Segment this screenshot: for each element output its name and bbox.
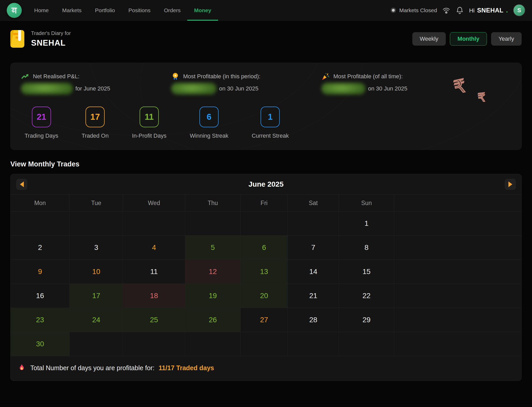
calendar-day-cell[interactable]: 8 — [339, 236, 394, 259]
calendar-day-cell[interactable]: 12 — [185, 260, 240, 284]
day-header-tue: Tue — [69, 195, 123, 211]
stat-label: Trading Days — [25, 132, 58, 139]
calendar-day-cell[interactable]: 26 — [185, 308, 240, 332]
stat-value-box: 1 — [261, 107, 280, 127]
calendar-day-cell[interactable]: 24 — [69, 308, 123, 332]
stats-row: Net Realised P&L: for June 2025 Most Pro… — [21, 72, 511, 95]
calendar-month-title: June 2025 — [27, 180, 505, 188]
chevron-left-icon — [20, 181, 24, 187]
markets-closed-dot-icon — [391, 8, 396, 13]
monthly-trades-calendar: June 2025 MonTueWedThuFriSatSun123456789… — [10, 174, 522, 381]
filler-cell — [394, 284, 521, 308]
calendar-day-cell[interactable]: 14 — [287, 260, 339, 284]
calendar-day-cell[interactable]: 17 — [69, 284, 123, 308]
monthly-toggle-button[interactable]: Monthly — [450, 32, 487, 46]
calendar-day-cell[interactable]: 22 — [339, 284, 394, 308]
calendar-day-cell[interactable]: 30 — [11, 332, 69, 356]
calendar-day-cell[interactable]: 7 — [287, 236, 339, 259]
calendar-day-cell[interactable]: 25 — [123, 308, 185, 332]
nav-items: HomeMarketsPortfolioPositionsOrdersMoney — [27, 0, 218, 21]
calendar-week-row: 16171819202122 — [11, 284, 521, 308]
calendar-day-cell[interactable]: 19 — [185, 284, 240, 308]
most-profitable-alltime-label: Most Profitable (of all time): — [333, 73, 403, 80]
calendar-grid: MonTueWedThuFriSatSun1234567891011121314… — [11, 194, 521, 356]
calendar-day-cell[interactable]: 20 — [240, 284, 287, 308]
empty-cell — [69, 212, 123, 235]
calendar-day-cell[interactable]: 11 — [123, 260, 185, 284]
empty-cell — [123, 332, 185, 356]
dhan-logo-glyph — [10, 6, 19, 15]
calendar-week-row: 23242526272829 — [11, 308, 521, 332]
empty-cell — [287, 332, 339, 356]
stat-label: Traded On — [82, 132, 109, 139]
wifi-icon — [442, 6, 450, 15]
calendar-day-cell[interactable]: 1 — [339, 212, 394, 235]
calendar-day-cell[interactable]: 4 — [123, 236, 185, 259]
period-toggle-group: WeeklyMonthlyYearly — [412, 32, 522, 46]
stat-value-box: 21 — [32, 107, 51, 127]
nav-item-orders[interactable]: Orders — [157, 0, 187, 21]
calendar-header: June 2025 — [11, 174, 521, 194]
calendar-day-cell[interactable]: 6 — [240, 236, 287, 259]
diary-icon — [10, 30, 24, 48]
nav-item-positions[interactable]: Positions — [122, 0, 157, 21]
user-greeting: Hi SNEHAL . — [469, 6, 508, 14]
section-title: View Monthly Trades — [10, 160, 522, 168]
greeting-text: Hi — [469, 7, 475, 14]
page-subtitle: Trader's Diary for — [31, 30, 71, 36]
fire-icon — [17, 363, 26, 372]
nav-item-home[interactable]: Home — [27, 0, 55, 21]
day-header-wed: Wed — [123, 195, 185, 211]
calendar-day-cell[interactable]: 29 — [339, 308, 394, 332]
calendar-day-cell[interactable]: 18 — [123, 284, 185, 308]
dhan-logo[interactable] — [7, 3, 22, 18]
pnl-redacted-value — [21, 83, 73, 95]
calendar-day-cell[interactable]: 5 — [185, 236, 240, 259]
chevron-right-icon — [508, 181, 512, 187]
calendar-day-cell[interactable]: 27 — [240, 308, 287, 332]
nav-item-portfolio[interactable]: Portfolio — [88, 0, 122, 21]
calendar-day-cell[interactable]: 21 — [287, 284, 339, 308]
page-header: Trader's Diary for SNEHAL WeeklyMonthlyY… — [10, 30, 522, 48]
user-avatar[interactable]: S — [513, 4, 525, 16]
top-nav-bar: HomeMarketsPortfolioPositionsOrdersMoney… — [0, 0, 532, 21]
calendar-week-row: 2345678 — [11, 236, 521, 260]
weekly-toggle-button[interactable]: Weekly — [412, 32, 446, 46]
filler-cell — [394, 260, 521, 284]
nav-item-money[interactable]: Money — [187, 0, 218, 21]
medal-icon — [171, 72, 179, 81]
calendar-day-cell[interactable]: 15 — [339, 260, 394, 284]
calendar-week-row: 9101112131415 — [11, 260, 521, 284]
notification-bell-icon[interactable] — [456, 6, 464, 15]
calendar-day-cell[interactable]: 28 — [287, 308, 339, 332]
stats-summary-card: Net Realised P&L: for June 2025 Most Pro… — [10, 63, 522, 150]
net-realised-pnl: Net Realised P&L: for June 2025 — [21, 72, 171, 95]
most-profitable-period-redacted-value — [171, 83, 217, 95]
yearly-toggle-button[interactable]: Yearly — [491, 32, 522, 46]
page-title: SNEHAL — [31, 38, 71, 48]
calendar-day-cell[interactable]: 10 — [69, 260, 123, 284]
most-profitable-period-suffix: on 30 Jun 2025 — [219, 85, 258, 92]
stat-trading-days: 21Trading Days — [25, 107, 58, 139]
day-header-mon: Mon — [11, 195, 69, 211]
previous-month-button[interactable] — [16, 179, 27, 190]
footer-highlight: 11/17 Traded days — [159, 364, 214, 372]
stat-value-box: 17 — [85, 107, 105, 127]
filler-cell — [394, 332, 521, 356]
empty-cell — [339, 332, 394, 356]
calendar-week-row: 30 — [11, 332, 521, 356]
calendar-day-cell[interactable]: 23 — [11, 308, 69, 332]
calendar-day-cell[interactable]: 13 — [240, 260, 287, 284]
most-profitable-alltime-redacted-value — [321, 83, 365, 95]
footer-text: Total Number of days you are profitable … — [30, 364, 154, 372]
next-month-button[interactable] — [505, 179, 516, 190]
username-text: SNEHAL — [477, 7, 504, 14]
calendar-day-cell[interactable]: 2 — [11, 236, 69, 259]
calendar-day-cell[interactable]: 16 — [11, 284, 69, 308]
stat-traded-on: 17Traded On — [82, 107, 109, 139]
calendar-day-cell[interactable]: 9 — [11, 260, 69, 284]
calendar-week-row: 1 — [11, 212, 521, 236]
calendar-day-cell[interactable]: 3 — [69, 236, 123, 259]
empty-cell — [240, 332, 287, 356]
nav-item-markets[interactable]: Markets — [55, 0, 88, 21]
